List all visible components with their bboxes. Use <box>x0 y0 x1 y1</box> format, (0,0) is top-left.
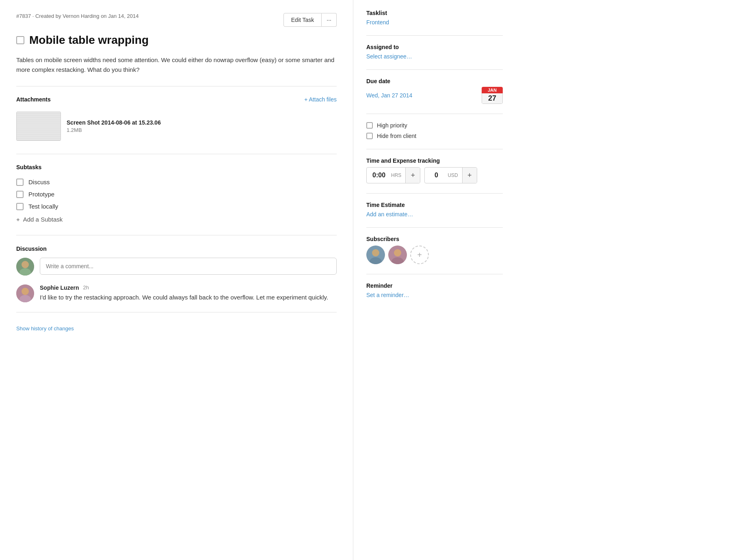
attachments-title: Attachments <box>16 96 51 103</box>
tasklist-link[interactable]: Frontend <box>366 19 389 26</box>
current-user-avatar <box>16 258 34 276</box>
comment-time: 2h <box>83 284 89 291</box>
attachment-filename: Screen Shot 2014-08-06 at 15.23.06 <box>67 119 161 126</box>
time-hours-unit: HRS <box>391 169 405 181</box>
high-priority-row: High priority <box>366 122 503 129</box>
subtask-checkbox-prototype[interactable] <box>16 191 24 198</box>
svg-point-1 <box>22 261 29 268</box>
due-date-link[interactable]: Wed, Jan 27 2014 <box>366 92 412 99</box>
time-hours-value: 0:00 <box>367 168 391 182</box>
add-subtask-icon: + <box>16 216 20 223</box>
reminder-label: Reminder <box>366 282 503 289</box>
attachment-thumbnail <box>16 112 61 141</box>
high-priority-checkbox[interactable] <box>366 122 373 129</box>
divider-2 <box>16 154 337 154</box>
date-badge-month: JAN <box>482 87 503 93</box>
subtask-label-prototype: Prototype <box>28 191 54 198</box>
time-usd-box: 0 USD + <box>424 167 477 183</box>
due-date-label: Due date <box>366 78 503 84</box>
subscriber-avatar-1 <box>366 246 385 264</box>
comment-input[interactable] <box>40 258 337 275</box>
svg-point-4 <box>22 288 29 295</box>
divider-3 <box>16 235 337 235</box>
svg-point-10 <box>394 249 401 256</box>
subtask-label-test: Test locally <box>28 203 58 210</box>
add-subtask-label: Add a Subtask <box>23 216 63 223</box>
subscriber-avatar-2 <box>388 246 407 264</box>
time-usd-value: 0 <box>425 168 448 182</box>
time-estimate-label: Time Estimate <box>366 202 503 208</box>
tasklist-label: Tasklist <box>366 10 503 16</box>
time-hours-add-button[interactable]: + <box>405 168 420 183</box>
attach-files-link[interactable]: + Attach files <box>304 96 337 103</box>
time-usd-unit: USD <box>448 169 462 181</box>
comment-text: I'd like to try the restacking approach.… <box>40 293 328 302</box>
hide-client-checkbox[interactable] <box>366 133 373 139</box>
subtask-label-discuss: Discuss <box>28 179 50 185</box>
divider-4 <box>16 312 337 312</box>
time-usd-add-button[interactable]: + <box>462 168 477 183</box>
subtask-item: Prototype <box>16 188 337 200</box>
add-subtask-button[interactable]: + Add a Subtask <box>16 213 337 225</box>
edit-task-button[interactable]: Edit Task <box>283 13 322 27</box>
task-title: Mobile table wrapping <box>29 33 149 47</box>
commenter-avatar-sophie <box>16 284 34 302</box>
svg-point-7 <box>372 249 379 256</box>
subtask-item: Discuss <box>16 176 337 188</box>
attachment-filesize: 1.2MB <box>67 127 161 133</box>
show-history-link[interactable]: Show history of changes <box>16 325 74 332</box>
subtasks-title: Subtasks <box>16 164 41 170</box>
attachment-item: Screen Shot 2014-08-06 at 15.23.06 1.2MB <box>16 108 337 144</box>
time-tracking-label: Time and Expense tracking <box>366 157 503 164</box>
reminder-link[interactable]: Set a reminder… <box>366 292 409 298</box>
subtask-checkbox-test[interactable] <box>16 203 24 210</box>
more-options-button[interactable]: ··· <box>322 13 337 27</box>
date-badge: JAN 27 <box>482 87 503 104</box>
subtask-list: Discuss Prototype Test locally <box>16 176 337 213</box>
time-hours-box: 0:00 HRS + <box>366 167 420 183</box>
discussion-title: Discussion <box>16 246 47 252</box>
hide-client-label: Hide from client <box>377 133 416 139</box>
comment-item: Sophie Luzern 2h I'd like to try the res… <box>16 284 337 302</box>
hide-client-row: Hide from client <box>366 133 503 139</box>
add-subscriber-button[interactable]: + <box>410 246 429 264</box>
subscribers-row: + <box>366 246 503 264</box>
task-description: Tables on mobile screen widths need some… <box>16 55 337 75</box>
assigned-label: Assigned to <box>366 44 503 50</box>
subscribers-label: Subscribers <box>366 236 503 242</box>
subtask-item: Test locally <box>16 200 337 213</box>
assignee-link[interactable]: Select assignee… <box>366 53 412 60</box>
subtask-checkbox-discuss[interactable] <box>16 179 24 186</box>
date-badge-day: 27 <box>482 93 503 104</box>
task-complete-checkbox[interactable] <box>16 36 24 44</box>
task-meta: #7837 · Created by Vernon Harding on Jan… <box>16 13 138 19</box>
divider-1 <box>16 86 337 86</box>
comment-author: Sophie Luzern <box>40 284 79 291</box>
time-estimate-link[interactable]: Add an estimate… <box>366 211 413 218</box>
high-priority-label: High priority <box>377 122 407 129</box>
